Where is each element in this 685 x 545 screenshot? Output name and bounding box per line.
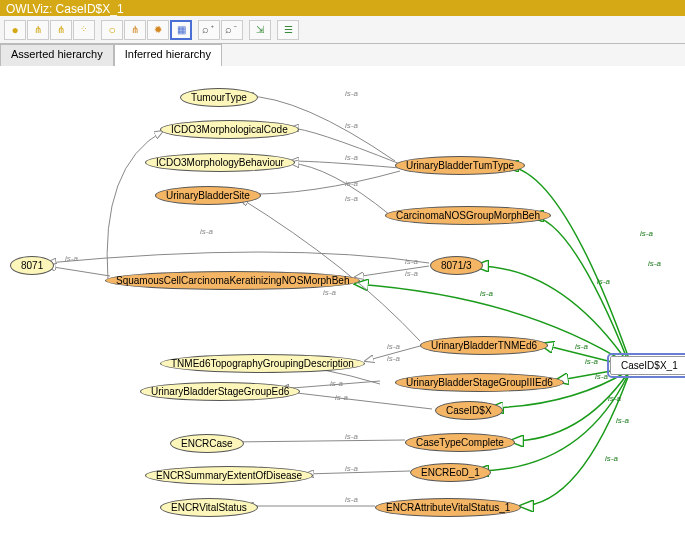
svg-text:is-a: is-a: [345, 194, 358, 203]
layout-button[interactable]: ▦: [170, 20, 192, 40]
node-urinarysite[interactable]: UrinaryBladderSite: [155, 186, 261, 205]
svg-text:is-a: is-a: [345, 121, 358, 130]
export-button[interactable]: ⇲: [249, 20, 271, 40]
svg-text:is-a: is-a: [335, 393, 348, 402]
svg-text:is-a: is-a: [595, 372, 608, 381]
svg-text:is-a: is-a: [608, 394, 621, 403]
node-scc[interactable]: SquamousCellCarcinomaKeratinizingNOSMorp…: [105, 271, 360, 290]
node-encrcase[interactable]: ENCRCase: [170, 434, 244, 453]
zoom-out-icon: ⌕⁻: [225, 24, 239, 35]
tab-inferred[interactable]: Inferred hierarchy: [114, 44, 222, 66]
svg-text:is-a: is-a: [345, 464, 358, 473]
svg-text:is-a: is-a: [575, 342, 588, 351]
node-caseidx1-selected[interactable]: CaseID$X_1: [610, 356, 685, 375]
zoom-in-icon: ⌕⁺: [202, 24, 216, 35]
hide-subclasses-button[interactable]: ⋔: [124, 20, 146, 40]
node-ubstagegrp[interactable]: UrinaryBladderStageGroupEd6: [140, 382, 300, 401]
svg-text:is-a: is-a: [200, 227, 213, 236]
node-encrvital[interactable]: ENCRVitalStatus: [160, 498, 258, 517]
ring-icon: ○: [108, 24, 115, 36]
zoom-out-button[interactable]: ⌕⁻: [221, 20, 243, 40]
svg-text:is-a: is-a: [345, 89, 358, 98]
toolbar: ● ⋔ ⋔ ⁘ ○ ⋔ ✹ ▦ ⌕⁺ ⌕⁻ ⇲ ☰: [0, 16, 685, 44]
svg-text:is-a: is-a: [345, 432, 358, 441]
node-8071[interactable]: 8071: [10, 256, 54, 275]
graph-canvas[interactable]: is-a is-a is-a is-a is-a is-a is-a is-a …: [0, 66, 685, 545]
svg-text:is-a: is-a: [648, 259, 661, 268]
svg-text:is-a: is-a: [605, 454, 618, 463]
show-subclasses-button[interactable]: ⋔: [27, 20, 49, 40]
node-encrattrvital[interactable]: ENCRAttributeVitalStatus_1: [375, 498, 521, 517]
window-title: OWLViz: CaseID$X_1: [0, 0, 685, 16]
hide-class-button[interactable]: ○: [101, 20, 123, 40]
svg-text:is-a: is-a: [65, 254, 78, 263]
tab-asserted[interactable]: Asserted hierarchy: [0, 44, 114, 66]
node-encrsummary[interactable]: ENCRSummaryExtentOfDisease: [145, 466, 313, 485]
show-all-button[interactable]: ⁘: [73, 20, 95, 40]
hide-all-button[interactable]: ✹: [147, 20, 169, 40]
svg-text:is-a: is-a: [640, 229, 653, 238]
svg-text:is-a: is-a: [597, 277, 610, 286]
svg-text:is-a: is-a: [323, 288, 336, 297]
svg-text:is-a: is-a: [345, 179, 358, 188]
svg-text:is-a: is-a: [405, 257, 418, 266]
node-casetypecomplete[interactable]: CaseTypeComplete: [405, 433, 515, 452]
node-icdmorphcode[interactable]: ICDO3MorphologicalCode: [160, 120, 299, 139]
node-ubstagegrpiii[interactable]: UrinaryBladderStageGroupIIIEd6: [395, 373, 564, 392]
tree-up-icon: ⋔: [57, 25, 65, 35]
svg-text:is-a: is-a: [480, 289, 493, 298]
zoom-in-button[interactable]: ⌕⁺: [198, 20, 220, 40]
tab-bar: Asserted hierarchy Inferred hierarchy: [0, 44, 685, 66]
edges-layer: is-a is-a is-a is-a is-a is-a is-a is-a …: [0, 66, 685, 545]
solid-dot-icon: ●: [11, 24, 18, 36]
node-carcnos[interactable]: CarcinomaNOSGroupMorphBeh: [385, 206, 551, 225]
svg-text:is-a: is-a: [387, 342, 400, 351]
export-icon: ⇲: [256, 25, 264, 35]
svg-text:is-a: is-a: [345, 495, 358, 504]
net-icon: ⋔: [131, 25, 139, 35]
svg-text:is-a: is-a: [616, 416, 629, 425]
node-ubtnm[interactable]: UrinaryBladderTNMEd6: [420, 336, 548, 355]
node-tnmdesc[interactable]: TNMEd6TopographyGroupingDescription: [160, 354, 365, 373]
tree-icon: ⋔: [34, 25, 42, 35]
svg-text:is-a: is-a: [585, 357, 598, 366]
node-icdmorphbeh[interactable]: ICDO3MorphologyBehaviour: [145, 153, 295, 172]
svg-text:is-a: is-a: [345, 153, 358, 162]
node-ubtumtype[interactable]: UrinaryBladderTumType: [395, 156, 525, 175]
options-button[interactable]: ☰: [277, 20, 299, 40]
svg-text:is-a: is-a: [405, 269, 418, 278]
show-superclasses-button[interactable]: ⋔: [50, 20, 72, 40]
node-encreod[interactable]: ENCREoD_1: [410, 463, 491, 482]
grid-icon: ⁘: [80, 25, 88, 34]
node-8071-3[interactable]: 8071/3: [430, 256, 483, 275]
node-caseidx[interactable]: CaseID$X: [435, 401, 503, 420]
svg-text:is-a: is-a: [387, 354, 400, 363]
node-tumourtype[interactable]: TumourType: [180, 88, 258, 107]
options-icon: ☰: [284, 25, 293, 35]
net2-icon: ✹: [154, 25, 162, 35]
svg-text:is-a: is-a: [330, 379, 343, 388]
layout-icon: ▦: [177, 25, 186, 35]
show-class-button[interactable]: ●: [4, 20, 26, 40]
